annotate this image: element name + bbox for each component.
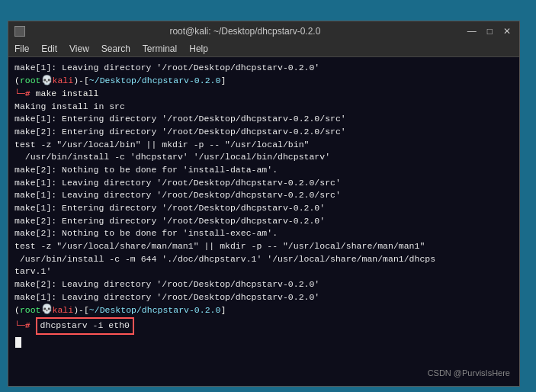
terminal-line: make[2]: Leaving directory '/root/Deskto… <box>14 278 513 291</box>
prompt-command: make install <box>36 88 99 101</box>
prompt-host: kali <box>53 75 74 88</box>
prompt-cmd-line-2: └─# dhcpstarv -i eth0 <box>14 317 513 335</box>
terminal-line: /usr/bin/install -c -m 644 './doc/dhcpst… <box>14 253 513 266</box>
prompt-line-2: (root💀kali)-[~/Desktop/dhcpstarv-0.2.0] <box>14 304 513 316</box>
menu-file[interactable]: File <box>14 43 29 54</box>
prompt-close-paren: )-[ <box>73 75 89 88</box>
prompt2-bracket-close: ] <box>220 304 226 317</box>
prompt-cmd-line-1: └─# make install <box>14 88 513 101</box>
menu-terminal[interactable]: Terminal <box>143 43 177 54</box>
menu-view[interactable]: View <box>69 43 89 54</box>
prompt2-path: ~/Desktop/dhcpstarv-0.2.0 <box>89 304 221 317</box>
terminal-line: make[1]: Entering directory '/root/Deskt… <box>14 113 513 126</box>
terminal-line: make[2]: Entering directory '/root/Deskt… <box>14 126 513 139</box>
prompt-line-1: (root💀kali)-[~/Desktop/dhcpstarv-0.2.0] <box>14 75 513 88</box>
prompt-hash: └─# <box>14 88 36 101</box>
close-button[interactable]: ✕ <box>501 26 513 37</box>
terminal-line: make[1]: Entering directory '/root/Deskt… <box>14 202 513 215</box>
terminal-line: make[1]: Leaving directory '/root/Deskto… <box>14 62 513 75</box>
menu-search[interactable]: Search <box>101 43 130 54</box>
title-bar: root@kali: ~/Desktop/dhcpstarv-0.2.0 — □… <box>8 21 519 41</box>
menu-edit[interactable]: Edit <box>41 43 57 54</box>
title-bar-controls: — □ ✕ <box>465 26 513 37</box>
window-title: root@kali: ~/Desktop/dhcpstarv-0.2.0 <box>169 26 320 37</box>
watermark: CSDN @PurvisIsHere <box>428 368 510 380</box>
prompt-user: root <box>20 75 41 88</box>
maximize-button[interactable]: □ <box>485 26 495 37</box>
prompt-open-paren: ( <box>14 75 20 88</box>
prompt2-user: root <box>20 304 41 317</box>
cursor-line <box>14 336 513 349</box>
terminal-line: make[1]: Leaving directory '/root/Deskto… <box>14 291 513 304</box>
prompt-path: ~/Desktop/dhcpstarv-0.2.0 <box>89 75 221 88</box>
terminal-line: Making install in src <box>14 101 513 114</box>
terminal-line: tarv.1' <box>14 265 513 278</box>
terminal-window: root@kali: ~/Desktop/dhcpstarv-0.2.0 — □… <box>8 21 520 387</box>
terminal-line: make[2]: Nothing to be done for 'install… <box>14 227 513 240</box>
window-icon <box>14 26 25 37</box>
terminal-line: make[2]: Entering directory '/root/Deskt… <box>14 215 513 228</box>
prompt2-host: kali <box>53 304 74 317</box>
prompt-bracket-close: ] <box>220 75 226 88</box>
menu-help[interactable]: Help <box>189 43 208 54</box>
prompt2-hash: └─# <box>14 320 36 333</box>
terminal-line: test -z "/usr/local/bin" || mkdir -p -- … <box>14 139 513 152</box>
minimize-button[interactable]: — <box>465 26 479 37</box>
title-bar-left <box>14 26 25 37</box>
terminal-line: make[1]: Leaving directory '/root/Deskto… <box>14 177 513 190</box>
terminal-line: make[2]: Nothing to be done for 'install… <box>14 164 513 177</box>
prompt-skull: 💀 <box>41 75 53 88</box>
prompt2-skull: 💀 <box>41 304 53 316</box>
terminal-line: make[1]: Leaving directory '/root/Deskto… <box>14 189 513 202</box>
highlighted-command: dhcpstarv -i eth0 <box>36 317 134 335</box>
terminal-line: test -z "/usr/local/share/man/man1" || m… <box>14 240 513 253</box>
terminal-line: /usr/bin/install -c 'dhcpstarv' '/usr/lo… <box>14 151 513 164</box>
terminal-body[interactable]: make[1]: Leaving directory '/root/Deskto… <box>8 57 519 386</box>
prompt2-open-paren: ( <box>14 304 20 317</box>
terminal-cursor <box>15 337 21 348</box>
prompt2-close-paren: )-[ <box>73 304 89 317</box>
menu-bar: File Edit View Search Terminal Help <box>8 41 519 57</box>
